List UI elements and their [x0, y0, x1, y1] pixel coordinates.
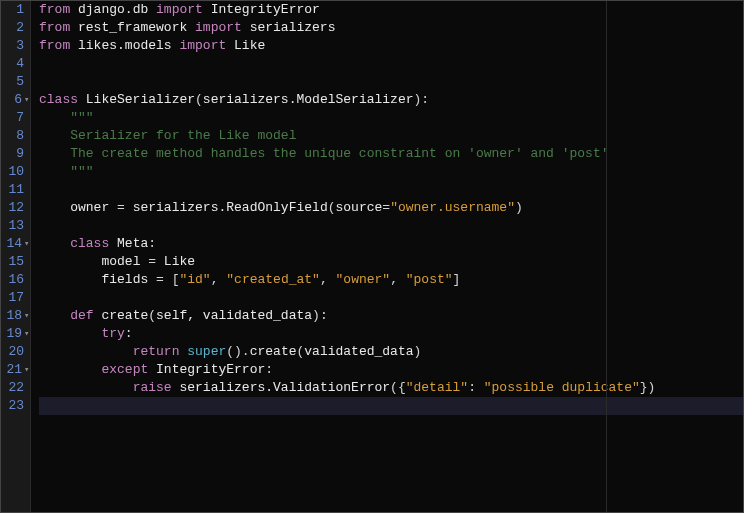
code-line[interactable]: [39, 217, 743, 235]
line-number: 2: [1, 19, 24, 37]
code-line[interactable]: return super().create(validated_data): [39, 343, 743, 361]
line-number: 23: [1, 397, 24, 415]
line-number-gutter: 1 2 3 4 5 6▾ 7 8 9 10 11 12 13 14▾ 15 16…: [1, 1, 31, 512]
code-line[interactable]: except IntegrityError:: [39, 361, 743, 379]
code-line[interactable]: [39, 73, 743, 91]
line-number: 21▾: [1, 361, 24, 379]
line-number: 18▾: [1, 307, 24, 325]
line-number: 12: [1, 199, 24, 217]
line-number: 14▾: [1, 235, 24, 253]
line-number: 9: [1, 145, 24, 163]
code-editor[interactable]: 1 2 3 4 5 6▾ 7 8 9 10 11 12 13 14▾ 15 16…: [1, 1, 743, 512]
line-number: 1: [1, 1, 24, 19]
line-number: 22: [1, 379, 24, 397]
line-number: 17: [1, 289, 24, 307]
line-number: 13: [1, 217, 24, 235]
line-number: 8: [1, 127, 24, 145]
line-number: 7: [1, 109, 24, 127]
code-line[interactable]: [39, 55, 743, 73]
code-line[interactable]: owner = serializers.ReadOnlyField(source…: [39, 199, 743, 217]
line-number: 3: [1, 37, 24, 55]
line-number: 15: [1, 253, 24, 271]
code-line[interactable]: class Meta:: [39, 235, 743, 253]
code-line[interactable]: """: [39, 163, 743, 181]
line-number: 6▾: [1, 91, 24, 109]
code-line[interactable]: [39, 181, 743, 199]
code-line[interactable]: from rest_framework import serializers: [39, 19, 743, 37]
line-number: 11: [1, 181, 24, 199]
print-margin: [606, 1, 607, 512]
code-line[interactable]: [39, 289, 743, 307]
code-line[interactable]: The create method handles the unique con…: [39, 145, 743, 163]
code-line[interactable]: model = Like: [39, 253, 743, 271]
code-line[interactable]: try:: [39, 325, 743, 343]
code-line[interactable]: Serializer for the Like model: [39, 127, 743, 145]
line-number: 19▾: [1, 325, 24, 343]
code-line[interactable]: fields = ["id", "created_at", "owner", "…: [39, 271, 743, 289]
code-line[interactable]: from django.db import IntegrityError: [39, 1, 743, 19]
line-number: 16: [1, 271, 24, 289]
code-line[interactable]: from likes.models import Like: [39, 37, 743, 55]
line-number: 4: [1, 55, 24, 73]
code-line[interactable]: raise serializers.ValidationError({"deta…: [39, 379, 743, 397]
code-line[interactable]: class LikeSerializer(serializers.ModelSe…: [39, 91, 743, 109]
line-number: 5: [1, 73, 24, 91]
code-line[interactable]: def create(self, validated_data):: [39, 307, 743, 325]
code-content[interactable]: from django.db import IntegrityError fro…: [31, 1, 743, 512]
code-line[interactable]: """: [39, 109, 743, 127]
line-number: 20: [1, 343, 24, 361]
line-number: 10: [1, 163, 24, 181]
code-line-active[interactable]: [39, 397, 743, 415]
